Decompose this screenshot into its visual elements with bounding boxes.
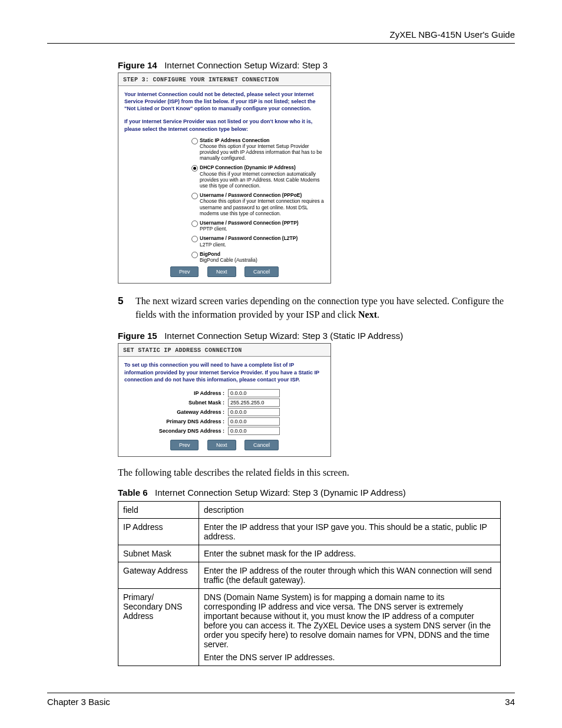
figure14-panel: STEP 3: CONFIGURE YOUR INTERNET CONNECTI… (118, 73, 331, 284)
table6-cell-field: Subnet Mask (118, 545, 199, 562)
form-row: IP Address : (124, 389, 325, 397)
table6-cell-desc: DNS (Domain Name System) is for mapping … (199, 588, 501, 666)
step5-number: 5 (118, 294, 123, 309)
doc-title: ZyXEL NBG-415N User's Guide (47, 29, 515, 43)
figure15-label: Figure 15 (118, 331, 157, 341)
table6-header-description: description (199, 501, 501, 518)
form-input-3[interactable] (228, 417, 280, 426)
option-desc: Username / Password Connection (PPTP)PPT… (200, 220, 325, 232)
fig14-prev-button[interactable]: Prev (170, 266, 199, 277)
table6-header-field: field (118, 501, 199, 518)
radio-5[interactable] (191, 252, 198, 258)
table6-label: Table 6 (118, 487, 148, 498)
table-row: Gateway AddressEnter the IP address of t… (118, 562, 501, 588)
connection-option: DHCP Connection (Dynamic IP Address)Choo… (124, 164, 325, 189)
form-row: Secondary DNS Address : (124, 427, 325, 435)
fig14-cancel-button[interactable]: Cancel (244, 266, 279, 277)
table6-cell-desc: Enter the IP address of the router throu… (199, 562, 501, 588)
table-row: IP AddressEnter the IP address that your… (118, 518, 501, 545)
table6-cell-field: IP Address (118, 518, 199, 545)
figure15-caption: Figure 15 Internet Connection Setup Wiza… (118, 331, 515, 341)
form-input-4[interactable] (228, 427, 280, 435)
fig15-next-button[interactable]: Next (207, 440, 236, 450)
footer-chapter: Chapter 3 Basic (47, 697, 110, 707)
table6-cell-desc: Enter the subnet mask for the IP address… (199, 545, 501, 562)
footer: Chapter 3 Basic 34 (47, 693, 515, 707)
step5-text: 5 The next wizard screen varies dependin… (118, 294, 515, 321)
form-row: Primary DNS Address : (124, 417, 325, 426)
form-label: Subnet Mask : (124, 400, 228, 406)
option-desc: Username / Password Connection (L2TP)L2T… (200, 235, 325, 247)
figure14-label: Figure 14 (118, 60, 157, 70)
radio-1[interactable] (191, 165, 198, 172)
form-input-0[interactable] (228, 389, 280, 397)
radio-3[interactable] (191, 220, 198, 227)
option-desc: DHCP Connection (Dynamic IP Address)Choo… (200, 164, 325, 189)
fig15-prev-button[interactable]: Prev (170, 440, 199, 450)
connection-option: Username / Password Connection (PPPoE)Ch… (124, 192, 325, 216)
figure15-caption-text: Internet Connection Setup Wizard: Step 3… (164, 331, 403, 341)
figure14-caption-text: Internet Connection Setup Wizard: Step 3 (164, 60, 328, 70)
table6-cell-desc: Enter the IP address that your ISP gave … (199, 518, 501, 545)
option-desc: BigPondBigPond Cable (Australia) (200, 251, 325, 263)
form-label: Primary DNS Address : (124, 419, 228, 424)
figure14-intro2: If your Internet Service Provider was no… (124, 118, 325, 132)
radio-4[interactable] (191, 236, 198, 242)
table-row: Primary/ Secondary DNS AddressDNS (Domai… (118, 588, 501, 666)
form-row: Gateway Address : (124, 408, 325, 416)
table-row: Subnet MaskEnter the subnet mask for the… (118, 545, 501, 562)
option-desc: Static IP Address ConnectionChoose this … (200, 137, 325, 162)
step5-text-after: . (377, 309, 379, 319)
table6-cell-field: Gateway Address (118, 562, 199, 588)
footer-rule (47, 693, 515, 693)
table6-caption: Table 6 Internet Connection Setup Wizard… (118, 487, 515, 498)
connection-option: Username / Password Connection (PPTP)PPT… (124, 220, 325, 232)
figure15-panel: SET STATIC IP ADDRESS CONNECTION To set … (118, 343, 331, 456)
table6-caption-text: Internet Connection Setup Wizard: Step 3… (155, 487, 406, 498)
figure15-panel-title: SET STATIC IP ADDRESS CONNECTION (118, 344, 330, 357)
figure15-intro: To set up this connection you will need … (124, 361, 325, 383)
table6: field description IP AddressEnter the IP… (118, 501, 501, 666)
footer-page: 34 (505, 697, 515, 707)
form-label: Secondary DNS Address : (124, 428, 228, 434)
fig14-next-button[interactable]: Next (207, 266, 236, 277)
form-label: Gateway Address : (124, 409, 228, 415)
radio-0[interactable] (191, 138, 198, 144)
header-rule (47, 43, 515, 44)
form-input-1[interactable] (228, 398, 280, 407)
radio-2[interactable] (191, 193, 198, 199)
option-desc: Username / Password Connection (PPPoE)Ch… (200, 192, 325, 216)
figure14-panel-title: STEP 3: CONFIGURE YOUR INTERNET CONNECTI… (118, 73, 330, 86)
step5-bold: Next (358, 309, 377, 319)
figure14-intro1: Your Internet Connection could not be de… (124, 91, 325, 112)
form-row: Subnet Mask : (124, 398, 325, 407)
fig15-cancel-button[interactable]: Cancel (244, 440, 279, 450)
connection-option: BigPondBigPond Cable (Australia) (124, 251, 325, 263)
connection-option: Static IP Address ConnectionChoose this … (124, 137, 325, 162)
figure14-caption: Figure 14 Internet Connection Setup Wiza… (118, 60, 515, 70)
step5-text-before: The next wizard screen varies depending … (135, 296, 504, 319)
form-label: IP Address : (124, 390, 228, 396)
table6-cell-field: Primary/ Secondary DNS Address (118, 588, 199, 666)
form-input-2[interactable] (228, 408, 280, 416)
connection-option: Username / Password Connection (L2TP)L2T… (124, 235, 325, 247)
desc-paragraph: The following table describes the relate… (118, 467, 515, 478)
